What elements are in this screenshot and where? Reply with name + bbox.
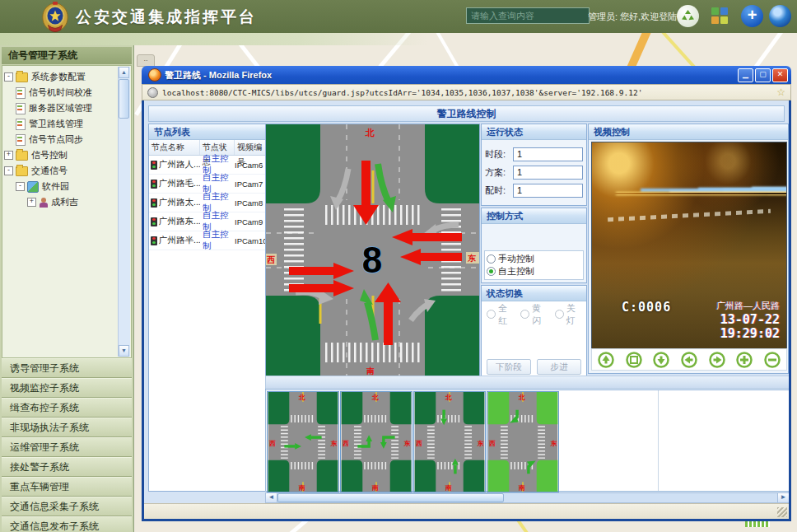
- zoom-in-icon[interactable]: [735, 351, 753, 369]
- scroll-left-icon[interactable]: ◄: [266, 493, 277, 502]
- sidebar-item-key-vehicles[interactable]: 重点车辆管理: [2, 477, 132, 497]
- page-title: 警卫路线控制: [148, 105, 785, 122]
- window-titlebar[interactable]: 警卫路线 - Mozilla Firefox ▁ ▢ ✕: [142, 66, 791, 84]
- node-list-panel: 节点列表 节点名称 节点状态 视频编号 广州路人... 自主控制 IPCam6 …: [148, 124, 266, 492]
- scroll-right-icon[interactable]: ►: [777, 493, 789, 502]
- pan-right-icon[interactable]: [708, 351, 726, 369]
- compass-north: 北: [365, 128, 375, 138]
- modules-grid-icon[interactable]: [711, 7, 728, 24]
- tree-node-param-config[interactable]: 系统参数配置: [4, 69, 118, 85]
- close-button[interactable]: ✕: [772, 68, 788, 82]
- tree-node-guard-route[interactable]: 警卫路线管理: [4, 116, 118, 132]
- pan-left-icon[interactable]: [680, 351, 698, 369]
- manual-control-option[interactable]: 手动控制: [487, 253, 581, 265]
- collapse-icon[interactable]: [16, 182, 25, 191]
- phase-thumbnail-strip: 北南西东 北南西东 北南西东 北南西东: [265, 390, 790, 492]
- address-bar[interactable]: localhost:8080/CTC-MICS/libs/utcs/guard.…: [142, 84, 791, 100]
- next-stage-button[interactable]: 下阶段: [487, 359, 531, 375]
- sidebar-item-video-monitor[interactable]: 视频监控子系统: [2, 378, 132, 398]
- globe-icon[interactable]: [769, 5, 791, 27]
- camera-meta-overlay: 广州路—人民路 13-07-22 19:29:02: [716, 300, 780, 341]
- svg-text:东: 东: [329, 440, 337, 447]
- cctv-video-feed[interactable]: C:0006 广州路—人民路 13-07-22 19:29:02: [591, 142, 787, 352]
- sidebar-active-system[interactable]: 信号管理子系统: [2, 47, 132, 64]
- radio-disabled-icon[interactable]: [487, 310, 496, 319]
- timing-field[interactable]: 1: [513, 184, 583, 198]
- phase-thumbnail-3[interactable]: 北南西东: [413, 391, 486, 492]
- scroll-up-icon[interactable]: ▲: [119, 67, 129, 78]
- svg-text:西: 西: [343, 440, 349, 447]
- subsystem-accordion: 诱导管理子系统 视频监控子系统 缉查布控子系统 非现场执法子系统 运维管理子系统…: [2, 358, 132, 532]
- sidebar-item-investigation[interactable]: 缉查布控子系统: [2, 398, 132, 418]
- sidebar-item-offsite-enforcement[interactable]: 非现场执法子系统: [2, 418, 132, 437]
- camera-date: 13-07-22: [716, 313, 780, 327]
- tree-node-server-region[interactable]: 服务器区域管理: [4, 100, 118, 116]
- pan-down-icon[interactable]: [652, 351, 670, 369]
- folder-icon: [16, 72, 28, 82]
- phase-thumbnail-4[interactable]: 北南西东: [487, 391, 559, 492]
- all-red-option[interactable]: 全红: [487, 308, 513, 320]
- pan-up-icon[interactable]: [597, 351, 615, 369]
- svg-text:东: 东: [403, 440, 410, 447]
- control-mode-panel: 控制方式 手动控制 自主控制: [481, 208, 587, 283]
- tree-node-intersection[interactable]: 成利吉: [4, 194, 118, 210]
- minimize-button[interactable]: ▁: [738, 68, 753, 82]
- window-title: 警卫路线 - Mozilla Firefox: [165, 69, 736, 82]
- tree-node-time-calibration[interactable]: 信号机时间校准: [4, 85, 118, 100]
- tree-node-traffic-signal[interactable]: 交通信号: [4, 163, 118, 179]
- svg-text:北: 北: [298, 394, 305, 401]
- radio-disabled-icon[interactable]: [555, 310, 564, 319]
- stop-icon[interactable]: [625, 351, 643, 369]
- scrollbar-thumb[interactable]: [277, 493, 504, 502]
- expand-icon[interactable]: [27, 198, 36, 207]
- compass-south: 南: [366, 366, 375, 376]
- auto-control-option[interactable]: 自主控制: [487, 265, 581, 278]
- radio-disabled-icon[interactable]: [520, 310, 529, 319]
- sidebar-item-alarm[interactable]: 接处警子系统: [2, 457, 132, 477]
- node-status-link[interactable]: 自主控制: [200, 229, 235, 252]
- sidebar-item-guidance[interactable]: 诱导管理子系统: [2, 358, 132, 378]
- scrollbar-thumb[interactable]: [119, 79, 129, 119]
- scroll-down-icon[interactable]: ▼: [119, 345, 129, 357]
- map-collapsed-tab[interactable]: ..: [137, 54, 155, 67]
- yellow-flash-option[interactable]: 黄闪: [520, 308, 547, 320]
- recycle-glyph: [681, 9, 695, 23]
- radio-selected-icon[interactable]: [487, 267, 496, 276]
- state-switch-title: 状态切换: [482, 286, 586, 301]
- maximize-button[interactable]: ▢: [755, 68, 771, 82]
- tree-scrollbar[interactable]: ▲ ▼: [118, 67, 130, 357]
- expand-icon[interactable]: [4, 151, 13, 160]
- radio-unselected-icon[interactable]: [487, 254, 496, 264]
- phase-thumbnail-2[interactable]: 北南西东: [340, 391, 412, 492]
- window-content: 警卫路线控制 节点列表 节点名称 节点状态 视频编号 广州路人... 自主控制 …: [142, 100, 791, 521]
- refresh-icon[interactable]: [677, 5, 699, 27]
- sidebar-tree-panel: 系统参数配置 信号机时间校准 服务器区域管理 警卫路线管理 信号节点同步: [2, 65, 132, 358]
- tree-node-signal-sync[interactable]: 信号节点同步: [4, 132, 118, 147]
- sidebar-item-info-release[interactable]: 交通信息发布子系统: [2, 516, 132, 532]
- url-text[interactable]: localhost:8080/CTC-MICS/libs/utcs/guard.…: [162, 88, 776, 97]
- tree-node-software-park[interactable]: 软件园: [4, 179, 118, 194]
- traffic-light-icon: [151, 180, 157, 189]
- svg-text:西: 西: [489, 440, 496, 447]
- zoom-out-icon[interactable]: [763, 351, 781, 369]
- collapse-icon[interactable]: [4, 166, 13, 175]
- bookmark-star-icon[interactable]: ☆: [776, 86, 785, 98]
- sidebar-item-operations[interactable]: 运维管理子系统: [2, 437, 132, 457]
- sidebar-item-info-collection[interactable]: 交通信息采集子系统: [2, 497, 132, 516]
- resize-grip[interactable]: [777, 507, 787, 517]
- tree-node-signal-control[interactable]: 信号控制: [4, 147, 118, 163]
- sidebar: 信号管理子系统 系统参数配置 信号机时间校准 服务器区域管理 警卫路线管理: [0, 45, 134, 532]
- document-edit-icon: [16, 119, 26, 130]
- lights-off-option[interactable]: 关灯: [555, 308, 581, 320]
- collapse-icon[interactable]: [4, 72, 13, 82]
- horizontal-scrollbar[interactable]: ◄ ►: [265, 492, 790, 503]
- node-row[interactable]: 广州路半... 自主控制 IPCam10: [149, 231, 265, 250]
- folder-icon: [16, 166, 28, 176]
- search-input[interactable]: [466, 7, 590, 24]
- svg-text:南: 南: [518, 484, 525, 492]
- step-button[interactable]: 步进: [537, 359, 581, 375]
- period-field[interactable]: 1: [513, 147, 583, 161]
- plan-field[interactable]: 1: [513, 166, 583, 180]
- phase-thumbnail-1[interactable]: 北南西东: [267, 391, 339, 492]
- add-icon[interactable]: +: [741, 5, 763, 27]
